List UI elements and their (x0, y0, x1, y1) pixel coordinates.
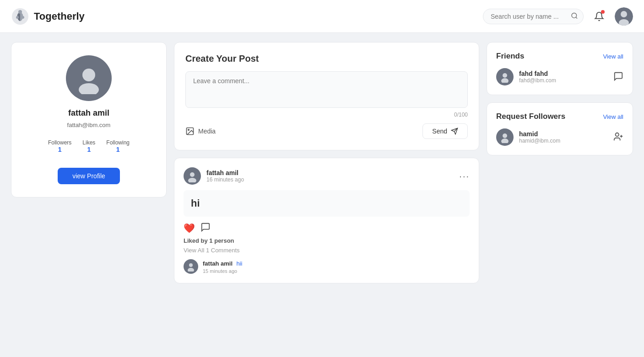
svg-point-9 (82, 69, 95, 81)
post-content: hi (184, 190, 470, 217)
friend-name: fahd fahd (519, 70, 556, 77)
request-followers-view-all-button[interactable]: View all (603, 113, 623, 120)
post-reactions: ❤️ (184, 222, 470, 234)
svg-line-5 (576, 17, 577, 18)
request-followers-title: Request Followers (496, 112, 565, 121)
friends-view-all-button[interactable]: View all (603, 53, 623, 60)
send-button[interactable]: Send (422, 123, 468, 139)
likes-value: 1 (87, 146, 91, 153)
likes-label: Likes (82, 139, 95, 146)
main-layout: fattah amil fattah@ibm.com Followers 1 L… (0, 33, 644, 293)
left-panel: fattah amil fattah@ibm.com Followers 1 L… (11, 42, 167, 197)
search-container (483, 9, 584, 24)
create-post-card: Create Your Post 0/100 Media Send (174, 42, 479, 150)
request-follower-avatar-icon (499, 131, 511, 143)
search-icon-button[interactable] (571, 12, 578, 21)
svg-point-16 (188, 178, 196, 182)
comment-author: fattah amil (203, 260, 233, 267)
comment-text: hii (236, 260, 242, 267)
svg-point-7 (621, 11, 627, 17)
post-avatar-icon (186, 170, 199, 182)
svg-point-4 (572, 13, 577, 18)
svg-point-17 (189, 263, 193, 267)
post-text: hi (191, 197, 200, 209)
post-author-avatar (184, 167, 201, 185)
post-time: 16 minutes ago (206, 176, 244, 183)
svg-point-18 (188, 268, 194, 272)
notification-button[interactable] (591, 8, 607, 25)
add-person-icon (613, 132, 623, 142)
svg-point-1 (18, 10, 22, 14)
friend-info: fahd fahd fahd@ibm.com (496, 68, 556, 85)
request-follower-avatar (496, 128, 514, 146)
comment-textarea[interactable] (185, 71, 468, 108)
request-follower-info: hamid hamid@ibm.com (496, 128, 560, 146)
right-panel: Friends View all fahd fahd fahd@ibm.com (487, 42, 633, 283)
view-comments[interactable]: View All 1 Comments (184, 247, 470, 254)
header-right (483, 7, 633, 26)
friend-details: fahd fahd fahd@ibm.com (519, 70, 556, 84)
user-avatar-icon (615, 7, 633, 26)
stat-following: Following 1 (106, 139, 130, 153)
header: Togetherly (0, 0, 644, 33)
svg-point-10 (79, 83, 99, 94)
char-count: 0/100 (185, 112, 468, 118)
friend-avatar (496, 68, 514, 85)
request-follower-item: hamid hamid@ibm.com (496, 128, 623, 146)
request-followers-header: Request Followers View all (496, 112, 623, 121)
request-follower-details: hamid hamid@ibm.com (519, 130, 560, 144)
profile-stats: Followers 1 Likes 1 Following 1 (48, 139, 130, 153)
add-friend-button[interactable] (613, 132, 623, 143)
friend-item: fahd fahd fahd@ibm.com (496, 68, 623, 85)
send-label: Send (432, 128, 447, 135)
comment-icon (200, 222, 211, 232)
send-icon (451, 128, 458, 135)
profile-avatar-icon (73, 62, 105, 94)
post-author-info: fattah amil 16 minutes ago (184, 167, 244, 185)
post-author-name: fattah amil (206, 169, 244, 176)
view-profile-button[interactable]: view Profile (58, 168, 120, 184)
svg-point-19 (503, 73, 507, 78)
svg-point-2 (22, 16, 24, 19)
brand: Togetherly (11, 7, 85, 26)
request-followers-card: Request Followers View all hamid hamid@i… (487, 102, 633, 155)
user-avatar-button[interactable] (615, 7, 633, 26)
media-label: Media (198, 128, 216, 135)
comment-item: fattah amil hii 15 minutes ago (184, 259, 470, 274)
media-button[interactable]: Media (185, 127, 216, 136)
post-card: fattah amil 16 minutes ago ··· hi ❤️ L (174, 158, 479, 283)
comment-button[interactable] (200, 222, 211, 234)
comment-avatar-icon (186, 261, 196, 272)
following-value: 1 (116, 146, 120, 153)
friend-email: fahd@ibm.com (519, 77, 556, 84)
svg-point-3 (16, 16, 19, 19)
post-more-button[interactable]: ··· (459, 171, 470, 181)
like-button[interactable]: ❤️ (184, 223, 195, 234)
search-input[interactable] (483, 9, 584, 24)
stat-followers: Followers 1 (48, 139, 71, 153)
comment-body: fattah amil hii 15 minutes ago (203, 259, 242, 274)
svg-point-22 (501, 139, 509, 143)
friends-card: Friends View all fahd fahd fahd@ibm.com (487, 42, 633, 95)
post-author-details: fattah amil 16 minutes ago (206, 169, 244, 183)
svg-point-12 (188, 129, 189, 131)
svg-point-23 (616, 133, 619, 136)
liked-by-prefix: Liked by (184, 237, 209, 244)
followers-label: Followers (48, 139, 71, 146)
chat-button[interactable] (613, 71, 623, 83)
request-follower-email: hamid@ibm.com (519, 138, 560, 144)
request-follower-name: hamid (519, 130, 560, 138)
liked-by-count: 1 person (209, 237, 234, 244)
profile-avatar (66, 55, 112, 101)
center-panel: Create Your Post 0/100 Media Send (174, 42, 479, 283)
friends-title: Friends (496, 52, 524, 61)
post-header: fattah amil 16 minutes ago ··· (184, 167, 470, 185)
brand-logo (11, 7, 29, 26)
search-icon (571, 12, 578, 19)
friend-avatar-icon (499, 71, 511, 83)
following-label: Following (106, 139, 130, 146)
profile-name: fattah amil (68, 108, 109, 118)
svg-point-20 (501, 78, 509, 83)
followers-value: 1 (58, 146, 62, 153)
stat-likes: Likes 1 (82, 139, 95, 153)
